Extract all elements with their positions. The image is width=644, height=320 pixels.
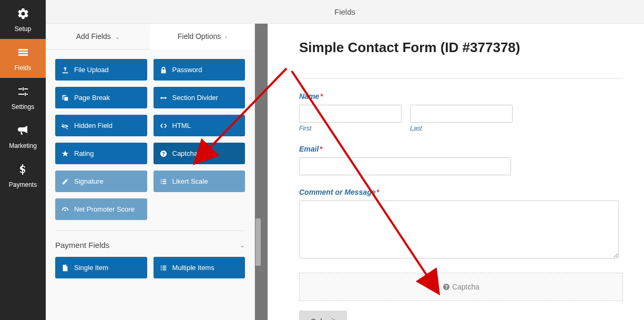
sliders-icon: [2, 85, 44, 101]
list-ul-icon: [160, 178, 167, 185]
last-sublabel: Last: [410, 125, 513, 132]
tab-label: Add Fields: [76, 32, 111, 41]
name-label: Name*: [299, 92, 623, 101]
nav-sidebar: Setup Fields Settings Marketing Payments: [0, 0, 46, 320]
fancy-fields-grid: File Upload Password Page Break Section …: [55, 59, 245, 227]
chevron-right-icon: ›: [225, 34, 227, 40]
nav-label: Settings: [12, 103, 34, 111]
copy-icon: [62, 94, 69, 102]
field-html[interactable]: HTML: [154, 115, 246, 136]
field-multiple-items[interactable]: Multiple Items: [154, 257, 246, 278]
required-asterisk: *: [320, 145, 322, 153]
submit-button[interactable]: Submit: [299, 311, 347, 320]
tab-add-fields[interactable]: Add Fields ⌄: [46, 24, 150, 49]
payment-fields-section-header[interactable]: Payment Fields ⌄: [55, 231, 245, 257]
field-label: File Upload: [74, 66, 109, 74]
required-asterisk: *: [320, 92, 323, 101]
field-label: Captcha: [172, 149, 198, 157]
fields-panel: Add Fields ⌄ Field Options › File Upload…: [46, 24, 255, 320]
first-sublabel: First: [299, 125, 402, 132]
first-name-input[interactable]: [299, 105, 402, 123]
nav-label: Marketing: [9, 142, 37, 149]
field-label: Section Divider: [172, 94, 218, 102]
field-label: Rating: [74, 149, 94, 157]
nav-setup[interactable]: Setup: [0, 0, 46, 39]
label-text: Name: [299, 92, 319, 101]
file-icon: [62, 264, 69, 272]
field-label: Multiple Items: [172, 264, 214, 272]
captcha-placeholder-text: Captcha: [452, 283, 479, 291]
field-label: Likert Scale: [172, 177, 208, 185]
eye-slash-icon: [62, 122, 69, 129]
field-likert-scale[interactable]: Likert Scale: [154, 171, 246, 192]
field-captcha[interactable]: Captcha: [154, 143, 246, 164]
field-net-promoter-score[interactable]: Net Promoter Score: [55, 198, 147, 220]
dollar-icon: [2, 163, 44, 179]
gear-icon: [2, 7, 44, 23]
field-page-break[interactable]: Page Break: [55, 87, 147, 108]
field-hidden-field[interactable]: Hidden Field: [55, 115, 147, 136]
nav-label: Payments: [9, 181, 37, 188]
field-password[interactable]: Password: [154, 59, 246, 81]
question-circle-icon: [160, 150, 167, 157]
field-section-divider[interactable]: Section Divider: [154, 87, 246, 108]
label-text: Comment or Message: [299, 188, 375, 196]
tachometer-icon: [62, 206, 69, 213]
nav-fields[interactable]: Fields: [0, 39, 46, 78]
divider: [299, 78, 623, 78]
comment-field-row[interactable]: Comment or Message*: [299, 188, 623, 260]
field-label: Hidden Field: [74, 122, 113, 129]
upload-icon: [62, 66, 69, 74]
email-label: Email*: [299, 145, 623, 153]
panel-resize-gutter[interactable]: [255, 24, 268, 320]
list-icon: [2, 46, 44, 62]
field-signature[interactable]: Signature: [55, 171, 147, 192]
form-preview: Simple Contact Form (ID #377378) Name* F…: [268, 24, 644, 320]
payment-fields-grid: Single Item Multiple Items: [55, 257, 245, 286]
chevron-down-icon: ⌄: [240, 242, 245, 249]
lock-icon: [160, 66, 167, 74]
panel-tabs: Add Fields ⌄ Field Options ›: [46, 24, 254, 49]
comment-label: Comment or Message*: [299, 188, 623, 196]
field-label: Net Promoter Score: [74, 205, 135, 213]
nav-label: Setup: [15, 25, 31, 33]
field-rating[interactable]: Rating: [55, 143, 147, 164]
field-single-item[interactable]: Single Item: [55, 257, 147, 278]
field-label: Signature: [74, 177, 104, 185]
nav-marketing[interactable]: Marketing: [0, 117, 46, 156]
section-title: Payment Fields: [55, 241, 109, 249]
email-input[interactable]: [299, 157, 511, 175]
tab-label: Field Options: [178, 32, 221, 41]
star-icon: [62, 150, 69, 157]
name-field-row[interactable]: Name* First Last: [299, 92, 623, 132]
field-label: HTML: [172, 122, 191, 129]
form-title: Simple Contact Form (ID #377378): [299, 39, 623, 56]
code-icon: [160, 122, 167, 129]
nav-payments[interactable]: Payments: [0, 156, 46, 195]
field-file-upload[interactable]: File Upload: [55, 59, 147, 81]
comment-textarea[interactable]: [299, 201, 619, 258]
last-name-input[interactable]: [410, 105, 513, 123]
nav-settings[interactable]: Settings: [0, 78, 46, 117]
tab-field-options[interactable]: Field Options ›: [150, 24, 255, 49]
header-title: Fields: [334, 7, 355, 16]
question-circle-icon: [443, 283, 450, 291]
arrows-h-icon: [160, 94, 167, 102]
nav-label: Fields: [14, 64, 31, 72]
bullhorn-icon: [2, 124, 44, 140]
pencil-icon: [62, 178, 69, 185]
top-header: Fields: [46, 0, 644, 24]
field-label: Page Break: [74, 94, 110, 102]
field-label: Single Item: [74, 264, 108, 272]
chevron-down-icon: ⌄: [115, 34, 120, 40]
list-ul-icon: [160, 264, 167, 272]
email-field-row[interactable]: Email*: [299, 145, 623, 175]
required-asterisk: *: [376, 188, 379, 196]
label-text: Email: [299, 145, 319, 153]
field-label: Password: [172, 66, 202, 74]
captcha-placeholder-row[interactable]: Captcha: [299, 273, 623, 301]
